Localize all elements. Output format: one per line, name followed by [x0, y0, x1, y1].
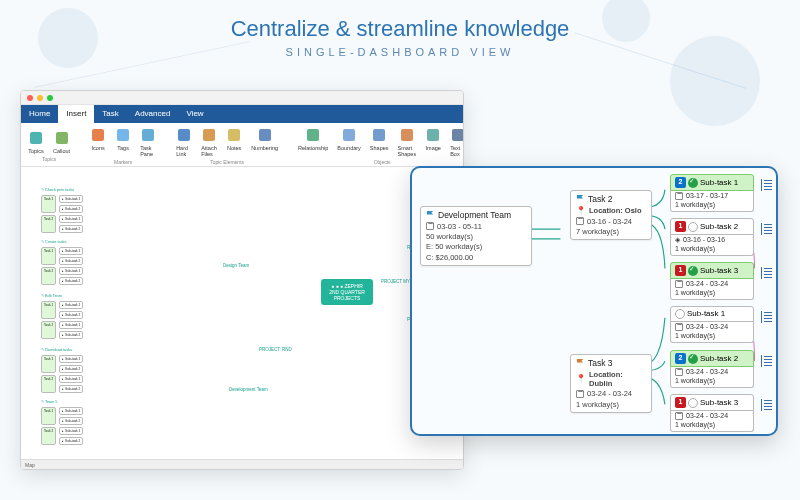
- mini-team-3[interactable]: ✎ Download tasks: [41, 347, 83, 353]
- mini-subtask[interactable]: ▸ Sub-task 1: [59, 355, 83, 363]
- menu-tab-view[interactable]: View: [178, 105, 211, 123]
- subtask-node[interactable]: 1Sub-task 303-24 - 03-241 workday(s): [670, 262, 754, 300]
- zoom-icon[interactable]: [47, 95, 53, 101]
- subtask-node[interactable]: 1Sub-task 303-24 - 03-241 workday(s): [670, 394, 754, 432]
- ribbon-topics[interactable]: Topics: [25, 128, 47, 156]
- text-box-icon: [450, 127, 464, 143]
- headline-title: Centralize & streamline knowledge: [0, 16, 800, 42]
- mini-subtask[interactable]: ▸ Sub-task 2: [59, 225, 83, 233]
- mini-subtask[interactable]: ▸ Sub-task 1: [59, 321, 83, 329]
- subtask-node[interactable]: 1Sub-task 2◈03-16 - 03-161 workday(s): [670, 218, 754, 256]
- ribbon-tags[interactable]: Tags: [112, 125, 134, 159]
- task-3-node[interactable]: Task 3 📍Location: Dublin 03-24 - 03-24 1…: [570, 354, 652, 413]
- mini-subtask[interactable]: ▸ Sub-task 1: [59, 195, 83, 203]
- mini-task[interactable]: Task 2: [41, 427, 56, 445]
- development-team-node[interactable]: Development Team 03-03 - 05-11 50 workda…: [420, 206, 532, 266]
- mini-subtask[interactable]: ▸ Sub-task 1: [59, 215, 83, 223]
- calendar-icon: [675, 192, 683, 200]
- flag-icon: [576, 359, 585, 368]
- mini-task[interactable]: Task 2: [41, 267, 56, 285]
- pin-icon: 📍: [576, 206, 586, 216]
- menu-tab-home[interactable]: Home: [21, 105, 58, 123]
- ribbon-hard-link[interactable]: Hard Link: [173, 125, 195, 159]
- resource-list-icon[interactable]: [763, 312, 772, 323]
- development-team-label[interactable]: Development Team: [229, 387, 268, 392]
- menu-tab-task[interactable]: Task: [94, 105, 126, 123]
- ribbon-relationship[interactable]: Relationship: [295, 125, 331, 159]
- mini-subtask[interactable]: ▸ Sub-task 1: [59, 427, 83, 435]
- menu-tab-insert[interactable]: Insert: [58, 105, 94, 123]
- svg-rect-7: [228, 129, 240, 141]
- mini-subtask[interactable]: ▸ Sub-task 1: [59, 247, 83, 255]
- status-bar: Map: [21, 459, 463, 469]
- mini-task[interactable]: Task 1: [41, 247, 56, 265]
- subtask-node[interactable]: Sub-task 103-24 - 03-241 workday(s): [670, 306, 754, 343]
- ribbon-callout[interactable]: Callout: [50, 128, 73, 156]
- subtask-node[interactable]: 2Sub-task 203-24 - 03-241 workday(s): [670, 350, 754, 388]
- project-rnd-label[interactable]: PROJECT: RND: [259, 347, 292, 352]
- resource-list-icon[interactable]: [763, 400, 772, 411]
- mini-subtask[interactable]: ▸ Sub-task 2: [59, 257, 83, 265]
- mini-subtask[interactable]: ▸ Sub-task 1: [59, 407, 83, 415]
- ribbon-attach-files[interactable]: Attach Files: [198, 125, 220, 159]
- mini-subtask[interactable]: ▸ Sub-task 2: [59, 277, 83, 285]
- calendar-icon: [675, 323, 683, 331]
- resource-list-icon[interactable]: [763, 224, 772, 235]
- topics-icon: [28, 130, 44, 146]
- mini-task[interactable]: Task 1: [41, 407, 56, 425]
- svg-rect-14: [452, 129, 464, 141]
- mini-task[interactable]: Task 1: [41, 195, 56, 213]
- menu-tab-advanced[interactable]: Advanced: [127, 105, 179, 123]
- mini-subtask[interactable]: ▸ Sub-task 1: [59, 267, 83, 275]
- mini-team-4[interactable]: ✎ Team 5: [41, 399, 83, 405]
- check-circle-icon: [688, 178, 698, 188]
- ribbon-smart-shapes[interactable]: Smart Shapes: [395, 125, 420, 159]
- hard-link-icon: [176, 127, 192, 143]
- minimize-icon[interactable]: [37, 95, 43, 101]
- numbering-icon: [257, 127, 273, 143]
- mini-subtask[interactable]: ▸ Sub-task 2: [59, 205, 83, 213]
- ribbon-image[interactable]: Image: [422, 125, 444, 159]
- resource-list-icon[interactable]: [763, 180, 772, 191]
- resource-list-icon[interactable]: [763, 356, 772, 367]
- mini-task[interactable]: Task 1: [41, 301, 56, 319]
- mini-team-1[interactable]: ✎ Create tasks: [41, 239, 83, 245]
- mini-subtask[interactable]: ▸ Sub-task 1: [59, 301, 83, 309]
- priority-badge-icon: 2: [675, 353, 686, 364]
- mindmap-canvas[interactable]: ● ● ● ZEPHIR 2ND QUARTER PROJECTS PROJEC…: [21, 167, 463, 469]
- ribbon-icons[interactable]: Icons: [87, 125, 109, 159]
- calendar-icon: [675, 280, 683, 288]
- diamond-icon: ◈: [675, 236, 680, 245]
- central-topic[interactable]: ● ● ● ZEPHIR 2ND QUARTER PROJECTS: [321, 279, 373, 305]
- ribbon-shapes[interactable]: Shapes: [367, 125, 392, 159]
- mini-task[interactable]: Task 2: [41, 375, 56, 393]
- ribbon-boundary[interactable]: Boundary: [334, 125, 364, 159]
- subtask-node[interactable]: 2Sub-task 103-17 - 03-171 workday(s): [670, 174, 754, 212]
- ribbon-task-pane[interactable]: Task Pane: [137, 125, 159, 159]
- mini-task[interactable]: Task 2: [41, 215, 56, 233]
- mini-subtask[interactable]: ▸ Sub-task 2: [59, 365, 83, 373]
- mini-subtask[interactable]: ▸ Sub-task 2: [59, 311, 83, 319]
- ribbon-notes[interactable]: Notes: [223, 125, 245, 159]
- relationship-icon: [305, 127, 321, 143]
- mini-subtask[interactable]: ▸ Sub-task 2: [59, 417, 83, 425]
- resource-list-icon[interactable]: [763, 268, 772, 279]
- mini-task[interactable]: Task 1: [41, 355, 56, 373]
- mini-subtask[interactable]: ▸ Sub-task 2: [59, 331, 83, 339]
- ribbon-numbering[interactable]: Numbering: [248, 125, 281, 159]
- pin-icon: 📍: [576, 374, 586, 384]
- task-2-node[interactable]: Task 2 📍Location: Oslo 03-16 - 03-24 7 w…: [570, 190, 652, 240]
- mini-subtask[interactable]: ▸ Sub-task 2: [59, 437, 83, 445]
- ribbon-text-box[interactable]: Text Box: [447, 125, 464, 159]
- smart-shapes-icon: [399, 127, 415, 143]
- icons-icon: [90, 127, 106, 143]
- priority-badge-icon: 2: [675, 177, 686, 188]
- design-team-label[interactable]: Design Team: [223, 263, 249, 268]
- mini-subtask[interactable]: ▸ Sub-task 1: [59, 375, 83, 383]
- mini-subtask[interactable]: ▸ Sub-task 2: [59, 385, 83, 393]
- mini-task[interactable]: Task 2: [41, 321, 56, 339]
- marketing-headline: Centralize & streamline knowledge SINGLE…: [0, 0, 800, 58]
- mini-team-0[interactable]: ✎ Check prev tasks: [41, 187, 83, 193]
- mini-team-2[interactable]: ✎ Edit Team: [41, 293, 83, 299]
- close-icon[interactable]: [27, 95, 33, 101]
